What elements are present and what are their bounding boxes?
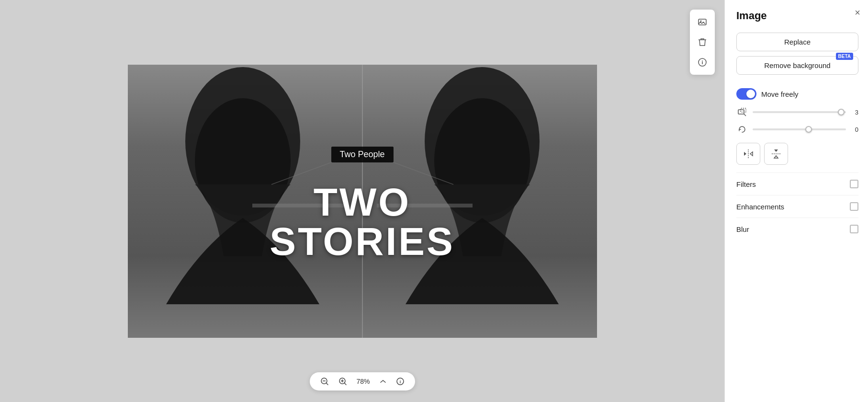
rotation-slider-row: 0 <box>736 124 858 135</box>
blur-checkbox[interactable] <box>850 225 858 233</box>
canvas-title[interactable]: Two People <box>331 147 393 162</box>
zoom-info-button[interactable]: i <box>394 376 406 387</box>
svg-line-26 <box>744 114 746 116</box>
close-button[interactable]: × <box>855 8 860 17</box>
scale-value: 3 <box>851 109 858 116</box>
svg-text:i: i <box>399 379 401 384</box>
scale-icon <box>736 106 748 118</box>
enhancements-label: Enhancements <box>736 203 784 211</box>
info-tool-button[interactable]: i <box>693 53 712 72</box>
blur-label: Blur <box>736 225 749 233</box>
canvas-main-text[interactable]: TWO STORIES <box>270 183 454 261</box>
image-tool-button[interactable] <box>693 12 712 32</box>
rotation-slider-thumb[interactable] <box>805 126 812 133</box>
svg-rect-24 <box>738 110 744 114</box>
flip-row <box>736 143 858 165</box>
canvas-line1: TWO <box>270 183 454 222</box>
canvas-image[interactable]: Two People TWO STORIES <box>128 65 597 338</box>
move-freely-row: Move freely <box>736 88 858 100</box>
remove-bg-label: Remove background <box>764 61 830 69</box>
flip-horizontal-button[interactable] <box>736 143 760 165</box>
svg-line-21 <box>344 383 346 385</box>
panel-title: Image <box>736 10 858 22</box>
right-panel: × Image Replace BETA Remove background M… <box>724 0 868 402</box>
filters-label: Filters <box>736 180 756 188</box>
zoom-in-button[interactable] <box>337 376 349 387</box>
delete-tool-button[interactable] <box>693 33 712 52</box>
filters-checkbox[interactable] <box>850 180 858 188</box>
rotation-slider[interactable] <box>753 128 846 130</box>
svg-line-17 <box>326 383 328 385</box>
svg-text:i: i <box>701 59 703 65</box>
rotation-value: 0 <box>851 126 858 133</box>
enhancements-checkbox[interactable] <box>850 202 858 211</box>
svg-rect-25 <box>741 108 746 112</box>
zoom-bar: 78% i <box>310 372 415 391</box>
replace-button[interactable]: Replace <box>736 33 858 51</box>
remove-background-button[interactable]: BETA Remove background <box>736 56 858 75</box>
flip-v-icon <box>770 148 782 160</box>
rotation-icon <box>736 124 748 135</box>
flip-h-icon <box>743 148 754 160</box>
enhancements-section[interactable]: Enhancements <box>736 195 858 218</box>
chevron-up-icon <box>380 379 386 384</box>
zoom-out-icon <box>320 377 329 386</box>
blur-section[interactable]: Blur <box>736 218 858 240</box>
info-circle-icon: i <box>396 377 405 386</box>
zoom-value: 78% <box>355 378 372 385</box>
beta-badge: BETA <box>836 53 853 60</box>
canvas-area: i <box>0 0 724 402</box>
zoom-in-icon <box>338 377 347 386</box>
flip-vertical-button[interactable] <box>764 143 788 165</box>
info-icon: i <box>698 57 707 67</box>
image-icon <box>698 17 707 27</box>
trash-icon <box>698 37 707 47</box>
scale-slider-row: 3 <box>736 106 858 118</box>
filters-section[interactable]: Filters <box>736 172 858 195</box>
canvas-toolbar: i <box>690 10 715 75</box>
canvas-line2: STORIES <box>270 222 454 261</box>
zoom-chevron-button[interactable] <box>378 378 388 385</box>
move-freely-toggle[interactable] <box>736 88 756 100</box>
zoom-out-button[interactable] <box>318 376 331 387</box>
scale-slider[interactable] <box>753 111 846 113</box>
scale-slider-thumb[interactable] <box>838 109 845 115</box>
move-freely-label: Move freely <box>761 90 799 98</box>
toggle-knob <box>746 90 755 98</box>
